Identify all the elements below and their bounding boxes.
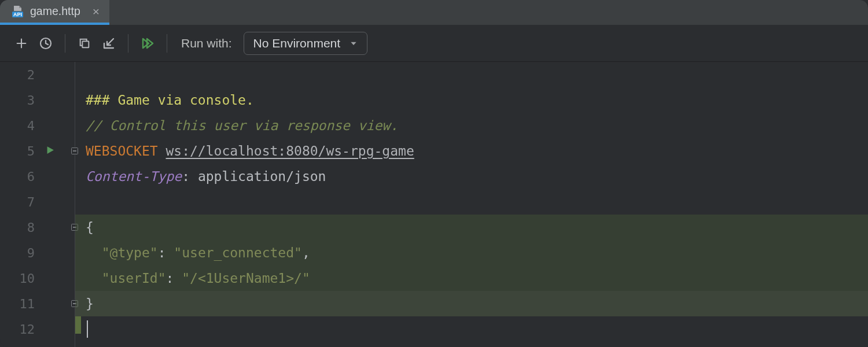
code-line: ### Game via console. bbox=[75, 87, 868, 113]
copy-button[interactable] bbox=[75, 34, 94, 53]
code-line bbox=[75, 62, 868, 87]
svg-text:API: API bbox=[13, 12, 22, 17]
line-number: 2 bbox=[0, 68, 35, 82]
tab-filename: game.http bbox=[30, 5, 80, 18]
environment-value: No Environment bbox=[253, 36, 341, 50]
code-line: WEBSOCKET ws://localhost:8080/ws-rpg-gam… bbox=[75, 138, 868, 164]
editor-panel: 2 3 4 5 6 7 8 9 10 11 12 bbox=[0, 62, 868, 347]
code-line: "@type": "user_connected", bbox=[75, 240, 868, 265]
line-number: 8 bbox=[0, 220, 35, 235]
editor-toolbar: Run with: No Environment bbox=[0, 25, 868, 62]
history-button[interactable] bbox=[36, 34, 56, 53]
code-editor[interactable]: ### Game via console. // Control this us… bbox=[75, 62, 868, 347]
line-number: 5 bbox=[0, 144, 35, 158]
line-number: 3 bbox=[0, 93, 35, 108]
code-line bbox=[75, 189, 868, 215]
api-file-icon: API bbox=[10, 5, 24, 19]
tab-bar: API game.http × bbox=[0, 0, 868, 25]
svg-rect-5 bbox=[82, 41, 89, 47]
toolbar-divider bbox=[128, 34, 128, 53]
line-number: 12 bbox=[0, 322, 35, 337]
gutter: 2 3 4 5 6 7 8 9 10 11 12 bbox=[0, 62, 75, 347]
code-line: // Control this user via response view. bbox=[75, 113, 868, 138]
run-gutter-icon[interactable] bbox=[45, 145, 55, 157]
line-number: 9 bbox=[0, 246, 35, 260]
line-number: 7 bbox=[0, 195, 35, 209]
line-number: 4 bbox=[0, 119, 35, 133]
environment-select[interactable]: No Environment bbox=[244, 32, 368, 55]
code-line: Content-Type: application/json bbox=[75, 164, 868, 189]
tab-game-http[interactable]: API game.http × bbox=[0, 0, 109, 25]
code-line: { bbox=[75, 215, 868, 240]
import-button[interactable] bbox=[99, 34, 119, 53]
line-number: 11 bbox=[0, 297, 35, 311]
code-line bbox=[75, 316, 868, 342]
line-number: 6 bbox=[0, 169, 35, 184]
run-with-label: Run with: bbox=[181, 36, 232, 50]
code-line: } bbox=[75, 291, 868, 316]
text-cursor bbox=[87, 320, 88, 338]
close-icon[interactable]: × bbox=[91, 5, 101, 17]
toolbar-divider bbox=[167, 34, 167, 53]
line-number: 10 bbox=[0, 271, 35, 286]
run-all-button[interactable] bbox=[138, 34, 157, 53]
code-line: "userId": "/<1UserName1>/" bbox=[75, 265, 868, 291]
add-button[interactable] bbox=[12, 34, 31, 53]
toolbar-divider bbox=[65, 34, 65, 53]
chevron-down-icon bbox=[350, 36, 358, 50]
